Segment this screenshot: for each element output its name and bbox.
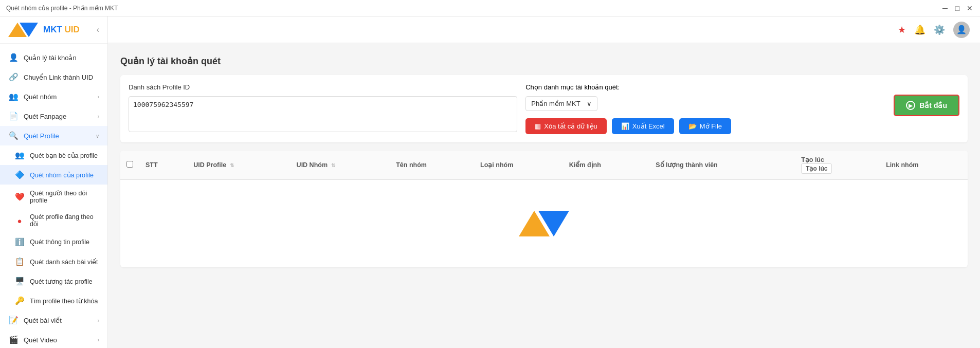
sidebar-item-quet-nhom-cua-profile[interactable]: 🔷 Quét nhóm của profile xyxy=(0,165,107,185)
folder-icon: 📂 xyxy=(688,122,697,130)
sidebar-item-quet-bai-viet[interactable]: 📝 Quét bài viết › xyxy=(0,310,107,330)
bell-icon[interactable]: 🔔 xyxy=(914,24,925,35)
sidebar-item-quet-danh-sach-bai-viet[interactable]: 📋 Quét danh sách bài viết xyxy=(0,252,107,271)
th-loai-nhom: Loại nhóm xyxy=(474,151,563,179)
logo: MKT UID xyxy=(8,23,80,37)
tao-luc-filter[interactable]: Tạo lúc xyxy=(801,163,832,174)
sidebar: MKT UID ‹ 👤 Quản lý tài khoản 🔗 Chuyển L… xyxy=(0,16,108,348)
chon-danh-muc-label: Chọn danh mục tài khoản quét: xyxy=(525,83,620,91)
mo-file-button[interactable]: 📂 Mở File xyxy=(679,118,731,134)
th-uid-profile[interactable]: UID Profile ⇅ xyxy=(187,151,290,179)
arrow-icon: › xyxy=(98,318,99,323)
star-icon[interactable]: ★ xyxy=(898,24,906,35)
sidebar-item-quet-fanpage[interactable]: 📄 Quét Fanpage › xyxy=(0,106,107,126)
red-circle-icon: ● xyxy=(14,215,25,226)
fanpage-icon: 📄 xyxy=(8,111,19,121)
table-icon: ▦ xyxy=(535,122,541,130)
settings-icon[interactable]: ⚙️ xyxy=(934,24,945,35)
sidebar-item-quet-tuong-tac-profile[interactable]: 🖥️ Quét tương tác profile xyxy=(0,271,107,291)
arrow-down-icon: ∨ xyxy=(96,133,99,139)
select-all-checkbox[interactable] xyxy=(126,161,133,168)
xoa-du-lieu-button[interactable]: ▦ Xóa tất cả dữ liệu xyxy=(525,118,607,134)
th-kiem-dinh: Kiểm định xyxy=(563,151,649,179)
sidebar-item-quet-nguoi-theo-doi[interactable]: ❤️ Quét người theo dõi profile xyxy=(0,185,107,209)
info-icon: ℹ️ xyxy=(14,237,25,247)
sort-icon: ⇅ xyxy=(331,162,335,168)
empty-logo xyxy=(519,211,569,236)
empty-state xyxy=(120,180,968,267)
sidebar-item-quet-thong-tin-profile[interactable]: ℹ️ Quét thông tin profile xyxy=(0,232,107,252)
sidebar-item-quet-profile[interactable]: 🔍 Quét Profile ∨ xyxy=(0,126,107,145)
checkbox-header xyxy=(120,151,139,179)
sidebar-logo: MKT UID ‹ xyxy=(0,16,107,44)
sidebar-item-quet-ban-be[interactable]: 👥 Quét bạn bè của profile xyxy=(0,145,107,165)
logo-text: MKT UID xyxy=(43,25,80,35)
heart-icon: ❤️ xyxy=(14,192,25,202)
right-panel: Chọn danh mục tài khoản quét: Phần mềm M… xyxy=(525,83,885,134)
link-icon: 🔗 xyxy=(8,72,19,82)
th-ten-nhom: Tên nhóm xyxy=(390,151,474,179)
profile-id-textarea[interactable]: 100075962345597 xyxy=(129,96,517,132)
monitor-icon: 🖥️ xyxy=(14,276,25,286)
action-row: ▦ Xóa tất cả dữ liệu 📊 Xuất Excel 📂 Mở F… xyxy=(525,118,885,134)
xuat-excel-button[interactable]: 📊 Xuất Excel xyxy=(612,118,674,134)
sidebar-item-quet-video[interactable]: 🎬 Quét Video › xyxy=(0,330,107,348)
software-select[interactable]: Phần mềm MKT ∨ xyxy=(525,96,597,111)
th-so-luong-thanh-vien: Số lượng thành viên xyxy=(649,151,795,179)
th-stt: STT xyxy=(139,151,187,179)
dropdown-row: Chọn danh mục tài khoản quét: xyxy=(525,83,885,91)
excel-icon: 📊 xyxy=(621,122,629,130)
arrow-icon: › xyxy=(98,337,99,343)
titlebar-title: Quét nhóm của profile - Phần mềm MKT xyxy=(6,5,118,12)
page-title: Quản lý tài khoản quét xyxy=(120,56,968,67)
profile-id-label: Danh sách Profile ID xyxy=(129,83,517,91)
titlebar: Quét nhóm của profile - Phần mềm MKT ─ □… xyxy=(0,0,980,16)
sidebar-item-tim-profile-theo-tu-khoa[interactable]: 🔑 Tìm profile theo từ khóa xyxy=(0,291,107,310)
th-tao-luc: Tạo lúc Tạo lúc xyxy=(795,151,880,179)
maximize-button[interactable]: □ xyxy=(953,4,961,12)
user-icon: 👤 xyxy=(8,52,19,63)
th-link-nhom: Link nhóm xyxy=(880,151,968,179)
avatar[interactable]: 👤 xyxy=(953,22,970,38)
video-icon: 🎬 xyxy=(8,335,19,345)
collapse-sidebar-button[interactable]: ‹ xyxy=(97,25,99,34)
sidebar-item-quet-profile-dang-theo-doi[interactable]: ● Quét profile đang theo dõi xyxy=(0,209,107,232)
minimize-button[interactable]: ─ xyxy=(941,4,949,12)
top-panel: Danh sách Profile ID 100075962345597 Chọ… xyxy=(120,75,968,142)
profile-id-section: Danh sách Profile ID 100075962345597 xyxy=(129,83,517,134)
sidebar-item-quet-nhom[interactable]: 👥 Quét nhóm › xyxy=(0,87,107,106)
arrow-icon: › xyxy=(98,114,99,119)
sidebar-nav: 👤 Quản lý tài khoản 🔗 Chuyển Link thành … xyxy=(0,44,107,348)
list-icon: 📋 xyxy=(14,257,25,267)
chevron-down-icon: ∨ xyxy=(587,100,592,107)
th-uid-nhom[interactable]: UID Nhóm ⇅ xyxy=(291,151,390,179)
table-header-row: STT UID Profile ⇅ UID Nhóm ⇅ Tên nhóm Lo… xyxy=(120,151,968,179)
data-table: STT UID Profile ⇅ UID Nhóm ⇅ Tên nhóm Lo… xyxy=(120,151,968,180)
titlebar-controls: ─ □ ✕ xyxy=(941,4,974,12)
close-button[interactable]: ✕ xyxy=(966,4,974,12)
diamond-icon: 🔷 xyxy=(14,170,25,180)
key-icon: 🔑 xyxy=(14,296,25,306)
play-icon: ▶ xyxy=(906,101,915,110)
sidebar-item-quan-ly-tai-khoan[interactable]: 👤 Quản lý tài khoản xyxy=(0,48,107,67)
table-container: STT UID Profile ⇅ UID Nhóm ⇅ Tên nhóm Lo… xyxy=(120,151,968,267)
post-icon: 📝 xyxy=(8,315,19,325)
friends-icon: 👥 xyxy=(14,150,25,160)
profile-search-icon: 🔍 xyxy=(8,131,19,141)
bat-dau-button[interactable]: ▶ Bắt đầu xyxy=(894,95,959,116)
start-section: ▶ Bắt đầu xyxy=(894,83,959,116)
main-content: Quản lý tài khoản quét Danh sách Profile… xyxy=(108,43,980,348)
arrow-icon: › xyxy=(98,94,99,100)
header: ★ 🔔 ⚙️ 👤 xyxy=(108,16,980,43)
sidebar-item-chuyen-link-thanh-uid[interactable]: 🔗 Chuyển Link thành UID xyxy=(0,67,107,87)
sort-icon: ⇅ xyxy=(230,162,234,168)
group-icon: 👥 xyxy=(8,91,19,102)
